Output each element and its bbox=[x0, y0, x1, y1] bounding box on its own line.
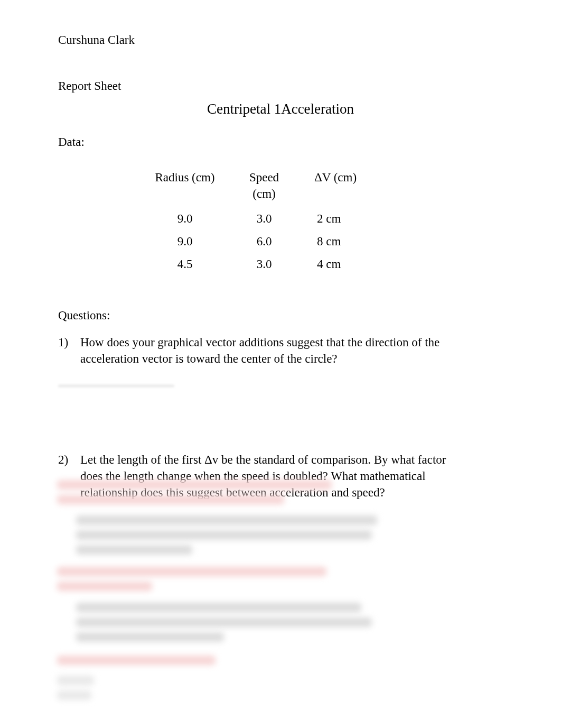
report-sheet-label: Report Sheet bbox=[58, 78, 503, 94]
author-name: Curshuna Clark bbox=[58, 32, 503, 48]
obscured-text-block bbox=[57, 676, 94, 705]
header-delta-v: ΔV (cm) bbox=[296, 166, 375, 207]
obscured-answer-block bbox=[57, 656, 216, 670]
cell-speed: 3.0 bbox=[232, 253, 296, 275]
cell-radius: 4.5 bbox=[137, 253, 232, 275]
data-table: Radius (cm) Speed (cm) ΔV (cm) 9.0 3.0 2… bbox=[137, 166, 375, 275]
question-text: How does your graphical vector additions… bbox=[80, 334, 503, 367]
header-radius: Radius (cm) bbox=[137, 166, 232, 207]
data-section-label: Data: bbox=[58, 134, 503, 150]
questions-section-label: Questions: bbox=[58, 307, 503, 324]
header-speed: Speed (cm) bbox=[232, 166, 296, 207]
cell-radius: 9.0 bbox=[137, 207, 232, 230]
obscured-answer-block bbox=[57, 480, 332, 510]
table-row: 9.0 6.0 8 cm bbox=[137, 230, 375, 253]
cell-speed: 6.0 bbox=[232, 230, 296, 253]
cell-delta-v: 8 cm bbox=[296, 230, 375, 253]
cell-delta-v: 2 cm bbox=[296, 207, 375, 230]
cell-radius: 9.0 bbox=[137, 230, 232, 253]
cell-delta-v: 4 cm bbox=[296, 253, 375, 275]
obscured-answer-block bbox=[57, 567, 326, 596]
question-number: 1) bbox=[58, 334, 74, 367]
cell-speed: 3.0 bbox=[232, 207, 296, 230]
table-row: 4.5 3.0 4 cm bbox=[137, 253, 375, 275]
table-header-row: Radius (cm) Speed (cm) ΔV (cm) bbox=[137, 166, 375, 207]
obscured-question-block bbox=[57, 515, 377, 560]
obscured-divider bbox=[58, 385, 174, 387]
question-1: 1) How does your graphical vector additi… bbox=[58, 334, 503, 367]
obscured-question-block bbox=[57, 603, 372, 647]
document-title: Centripetal 1Acceleration bbox=[153, 99, 408, 118]
table-row: 9.0 3.0 2 cm bbox=[137, 207, 375, 230]
